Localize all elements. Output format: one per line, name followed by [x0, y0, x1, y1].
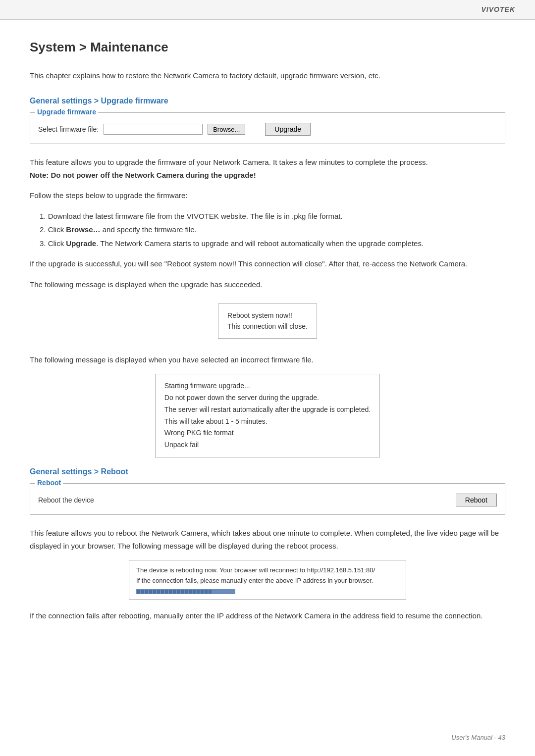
section1-heading: General settings > Upgrade firmware: [30, 97, 505, 105]
error-message-wrapper: Starting firmware upgrade... Do not powe…: [30, 374, 505, 457]
top-bar: VIVOTEK: [0, 0, 535, 20]
intro-text: This chapter explains how to restore the…: [30, 70, 505, 82]
reboot-success-message: Reboot system now!! This connection will…: [218, 303, 317, 339]
reboot-line2: This connection will close.: [227, 322, 308, 330]
error-line-3: The server will restart automatically af…: [164, 404, 371, 416]
error-line-2: Do not power down the server during the …: [164, 392, 371, 404]
page-title: System > Maintenance: [30, 40, 505, 55]
following-message-error-text: The following message is displayed when …: [30, 353, 505, 366]
connection-fail-text: If the connection fails after rebooting,…: [30, 609, 505, 622]
reboot-progress-bar: [136, 589, 235, 594]
reboot-panel-content: Reboot the device Reboot: [38, 489, 497, 506]
error-line-5: Wrong PKG file format: [164, 427, 371, 439]
upgrade-note: Note: Do not power off the Network Camer…: [30, 171, 256, 179]
brand-label: VIVOTEK: [482, 5, 515, 13]
reboot-notice-wrapper: The device is rebooting now. Your browse…: [30, 560, 505, 600]
error-line-4: This will take about 1 - 5 minutes.: [164, 416, 371, 428]
step-3: 3. Click Upgrade. The Network Camera sta…: [40, 237, 505, 250]
reboot-panel: Reboot Reboot the device Reboot: [30, 483, 505, 515]
reboot-notice-box: The device is rebooting now. Your browse…: [129, 560, 406, 600]
step-1: 1. Download the latest firmware file fro…: [40, 210, 505, 223]
reboot-button[interactable]: Reboot: [456, 494, 497, 506]
reboot-device-label: Reboot the device: [38, 496, 94, 504]
section2-heading: General settings > Reboot: [30, 467, 505, 476]
error-line-1: Starting firmware upgrade...: [164, 380, 371, 392]
upgrade-panel-title: Upgrade firmware: [35, 108, 98, 116]
step-2: 2. Click Browse… and specify the firmwar…: [40, 223, 505, 236]
firmware-file-input[interactable]: [104, 124, 203, 135]
browse-button[interactable]: Browse...: [208, 124, 245, 135]
reboot-line1: Reboot system now!!: [227, 311, 292, 319]
footer: User's Manual - 43: [451, 734, 505, 741]
error-message-box: Starting firmware upgrade... Do not powe…: [155, 374, 380, 457]
upgrade-firmware-panel: Upgrade firmware Select firmware file: B…: [30, 112, 505, 144]
reboot-notice-line1: The device is rebooting now. Your browse…: [136, 565, 399, 576]
upgrade-description: This feature allows you to upgrade the f…: [30, 156, 505, 181]
upgrade-panel-content: Select firmware file: Browse... Upgrade: [38, 118, 497, 136]
reboot-description: This feature allows you to reboot the Ne…: [30, 527, 505, 552]
upgrade-success-text: If the upgrade is successful, you will s…: [30, 257, 505, 270]
reboot-notice-line2: If the connection fails, please manually…: [136, 576, 399, 586]
reboot-panel-title: Reboot: [35, 479, 63, 487]
upgrade-steps-list: 1. Download the latest firmware file fro…: [30, 210, 505, 250]
main-content: System > Maintenance This chapter explai…: [0, 20, 535, 659]
error-line-6: Unpack fail: [164, 439, 371, 451]
upgrade-steps-intro: Follow the steps below to upgrade the fi…: [30, 189, 505, 202]
upgrade-button[interactable]: Upgrade: [265, 123, 311, 136]
reboot-message-wrapper: Reboot system now!! This connection will…: [30, 299, 505, 344]
select-firmware-label: Select firmware file:: [38, 125, 99, 133]
following-message-success-text: The following message is displayed when …: [30, 278, 505, 291]
